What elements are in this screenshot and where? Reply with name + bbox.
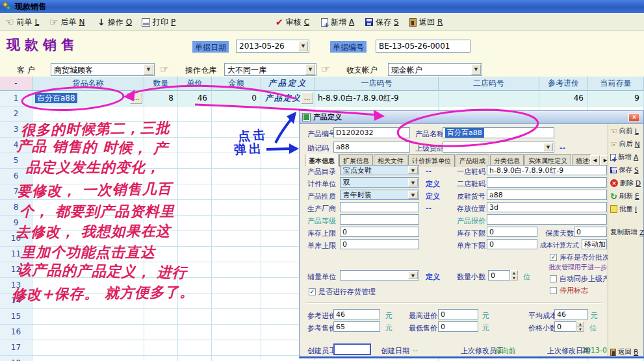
cell-qty[interactable] bbox=[144, 309, 178, 325]
tab-product-composition[interactable]: 产品组成 bbox=[456, 154, 489, 167]
doc-no-input[interactable]: BE-13-05-26-0001 bbox=[376, 40, 470, 53]
cell-amount[interactable] bbox=[212, 293, 261, 309]
cell-amount[interactable] bbox=[212, 247, 261, 262]
tab-basic-info[interactable]: 基本信息 bbox=[305, 154, 339, 166]
catalog-link[interactable]: -- bbox=[426, 167, 431, 175]
print-button[interactable]: 打印P bbox=[142, 15, 175, 29]
count-unit-define-link[interactable]: 定义 bbox=[426, 179, 440, 189]
qty-decimals-input[interactable]: 0 bbox=[488, 270, 510, 280]
close-icon[interactable]: × bbox=[628, 113, 640, 122]
max-purchase-price-input[interactable]: 0 bbox=[438, 309, 478, 319]
cell-price[interactable] bbox=[178, 138, 212, 153]
cell-price[interactable] bbox=[178, 278, 212, 293]
customer-select[interactable]: 商贸城顾客 ▼ bbox=[51, 63, 155, 76]
product-grade-input[interactable] bbox=[340, 214, 419, 225]
cell-product-name[interactable] bbox=[32, 356, 144, 361]
store2-shoe-code-input[interactable] bbox=[487, 177, 607, 188]
created-by-input[interactable] bbox=[333, 343, 371, 355]
dlg-delete-button[interactable]: ×删除D bbox=[610, 179, 641, 188]
cell-product-name[interactable] bbox=[32, 309, 144, 325]
save-button[interactable]: 保存S bbox=[365, 15, 399, 29]
cell-qty[interactable] bbox=[144, 340, 178, 356]
cell-product-name[interactable] bbox=[32, 106, 144, 122]
shelf-life-input[interactable]: 0 bbox=[574, 227, 607, 237]
cell-amount[interactable] bbox=[212, 340, 261, 356]
account-select[interactable]: 现金帐户 ▼ bbox=[388, 63, 482, 76]
cell-amount[interactable] bbox=[212, 122, 261, 138]
cell-price[interactable] bbox=[178, 340, 212, 356]
cell-store2-code[interactable] bbox=[439, 91, 539, 106]
cell-price[interactable]: 46 bbox=[178, 91, 212, 106]
ellipsis-button[interactable]: … bbox=[301, 92, 313, 104]
product-code-input[interactable]: D1202032 bbox=[333, 127, 410, 138]
cell-qty[interactable]: 8 bbox=[144, 91, 178, 106]
chevron-down-icon[interactable]: ▼ bbox=[408, 179, 418, 186]
single-store-upper-input[interactable]: 0 bbox=[340, 239, 419, 249]
cell-product-name[interactable] bbox=[32, 138, 144, 153]
cell-amount[interactable] bbox=[212, 169, 261, 184]
dlg-new-button[interactable]: 新增A bbox=[610, 153, 638, 162]
cell-amount[interactable] bbox=[212, 278, 261, 293]
price-decimals-spinner[interactable]: ▲▼ bbox=[576, 321, 584, 332]
unchecked-box-icon[interactable] bbox=[550, 275, 557, 282]
aux-unit-select[interactable]: ▼ bbox=[340, 270, 419, 280]
parent-item-select[interactable]: ▼ bbox=[443, 142, 554, 153]
cell-price[interactable] bbox=[178, 356, 212, 361]
chevron-down-icon[interactable]: ▼ bbox=[305, 64, 315, 75]
cell-price[interactable] bbox=[178, 153, 212, 169]
chevron-down-icon[interactable]: ▼ bbox=[471, 64, 481, 75]
nature-define-link[interactable]: 定义 bbox=[426, 192, 440, 201]
cell-amount[interactable] bbox=[212, 200, 261, 216]
prev-doc-button[interactable]: ☜前单L bbox=[5, 15, 39, 29]
dlg-next-button[interactable]: ☞向后N bbox=[610, 140, 640, 149]
cell-qty[interactable] bbox=[144, 325, 178, 340]
store1-shoe-code-input[interactable]: h-8.9.0白-7.8.9.0红-9 bbox=[487, 165, 607, 175]
cell-qty[interactable] bbox=[144, 138, 178, 153]
product-quote-input[interactable] bbox=[487, 214, 607, 225]
cell-amount[interactable] bbox=[212, 325, 261, 340]
warehouse-select[interactable]: 大不同一库 ▼ bbox=[224, 63, 316, 76]
cell-price[interactable] bbox=[178, 106, 212, 122]
cell-ref-price[interactable]: 46 bbox=[539, 91, 588, 106]
cell-price[interactable] bbox=[178, 309, 212, 325]
ellipsis-button[interactable]: … bbox=[130, 92, 142, 104]
cell-product-name[interactable] bbox=[32, 216, 144, 231]
cell-qty[interactable] bbox=[144, 216, 178, 231]
min-sale-price-input[interactable]: 0 bbox=[438, 321, 478, 332]
cell-amount[interactable] bbox=[212, 153, 261, 169]
cell-qty[interactable] bbox=[144, 184, 178, 200]
product-nature-select[interactable]: 青年时装▼ bbox=[340, 190, 419, 200]
cell-price[interactable] bbox=[178, 325, 212, 340]
cell-amount[interactable]: 0 bbox=[212, 91, 261, 106]
cell-qty[interactable] bbox=[144, 200, 178, 216]
cell-store1-code[interactable]: h-8.9.0白-7.8.9.0红-9 bbox=[315, 91, 439, 106]
parent-item-link[interactable]: -- bbox=[560, 143, 565, 152]
disabled-flag-checkbox[interactable]: 停用标志 bbox=[550, 286, 588, 295]
stock-lower-limit-input[interactable]: 0 bbox=[487, 227, 537, 237]
table-row[interactable]: 1百分百a88…8460产品定义…h-8.9.0白-7.8.9.0红-9469 bbox=[0, 91, 644, 106]
cell-qty[interactable] bbox=[144, 247, 178, 262]
cell-qty[interactable] bbox=[144, 231, 178, 247]
cell-price[interactable] bbox=[178, 184, 212, 200]
cell-amount[interactable] bbox=[212, 356, 261, 361]
new-button[interactable]: 新增A bbox=[321, 15, 354, 29]
cell-price[interactable] bbox=[178, 293, 212, 309]
operations-button[interactable]: ↓操作O bbox=[97, 15, 132, 29]
cell-product-name[interactable] bbox=[32, 169, 144, 184]
chevron-down-icon[interactable]: ▼ bbox=[408, 191, 418, 199]
next-doc-button[interactable]: ☞后单N bbox=[49, 15, 84, 29]
count-unit-select[interactable]: 双▼ bbox=[340, 177, 419, 188]
cell-price[interactable] bbox=[178, 231, 212, 247]
cell-product-name[interactable] bbox=[32, 153, 144, 169]
cell-product-name[interactable] bbox=[32, 122, 144, 138]
cell-amount[interactable] bbox=[212, 106, 261, 122]
stock-mgmt-checkbox[interactable]: ✓是否进行存货管理 bbox=[309, 287, 376, 297]
mnemonic-input[interactable]: a88 bbox=[333, 142, 410, 153]
cell-price[interactable] bbox=[178, 216, 212, 231]
cell-amount[interactable] bbox=[212, 184, 261, 200]
single-store-lower-input[interactable]: 0 bbox=[487, 239, 537, 249]
cell-product-name[interactable]: 百分百a88… bbox=[32, 91, 144, 106]
cell-product-name[interactable] bbox=[32, 293, 144, 309]
cell-price[interactable] bbox=[178, 169, 212, 184]
return-button[interactable]: 返回R bbox=[409, 15, 443, 29]
